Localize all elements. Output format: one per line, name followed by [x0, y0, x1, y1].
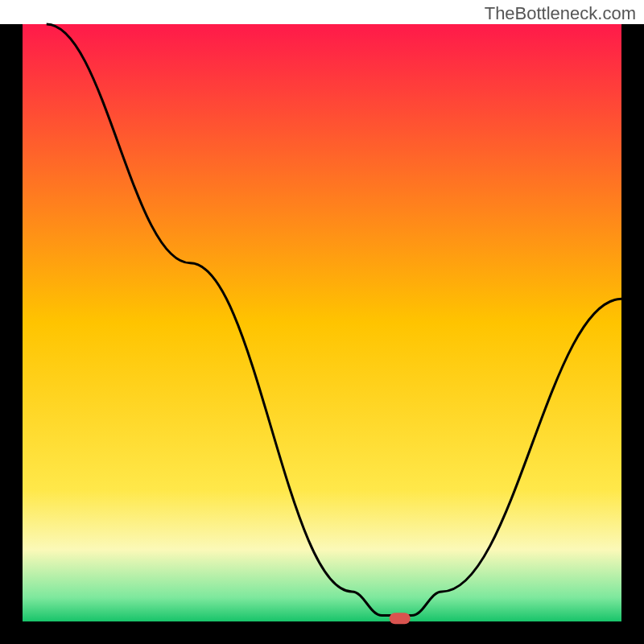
gradient-background — [23, 24, 621, 621]
bottleneck-chart — [0, 0, 644, 644]
optimal-marker — [390, 613, 411, 624]
attribution-text: TheBottleneck.com — [485, 3, 636, 24]
frame-left — [0, 24, 23, 644]
chart-container: TheBottleneck.com — [0, 0, 644, 644]
frame-bottom — [0, 621, 644, 644]
frame-right — [621, 24, 644, 644]
